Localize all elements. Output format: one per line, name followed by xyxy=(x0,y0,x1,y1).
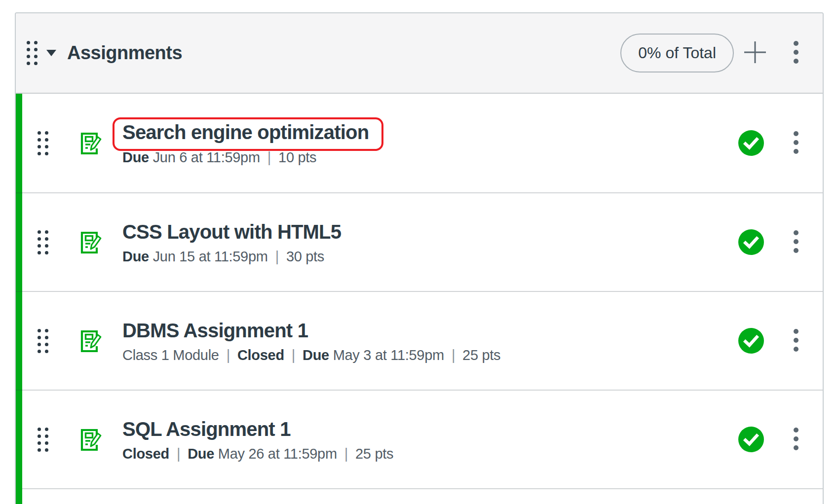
assignment-icon xyxy=(76,129,103,157)
collapse-group-button[interactable] xyxy=(46,50,56,56)
detail-segment: Due xyxy=(188,446,218,462)
assignment-title-line: Search engine optimization xyxy=(122,121,383,144)
assignment-title-link[interactable]: CSS Layout with HTML5 xyxy=(122,221,341,243)
canvas-assignments-screen: Assignments 0% of Total Search engine op… xyxy=(0,0,836,504)
detail-segment: 30 pts xyxy=(286,249,324,264)
kebab-menu-icon xyxy=(793,427,799,452)
detail-separator: | xyxy=(292,347,295,363)
detail-segment: 25 pts xyxy=(462,347,500,363)
published-check-icon[interactable] xyxy=(738,426,764,453)
detail-segment: Closed xyxy=(237,347,284,363)
assignment-row: Search engine optimizationDue Jun 6 at 1… xyxy=(16,94,823,192)
assignment-icon xyxy=(76,327,103,355)
kebab-menu-icon xyxy=(793,40,799,66)
assignment-row: SQL Assignment 1Closed|Due May 26 at 11:… xyxy=(16,390,823,488)
assignment-rows: Search engine optimizationDue Jun 6 at 1… xyxy=(16,94,823,504)
assignment-title-link[interactable]: DBMS Assignment 1 xyxy=(122,320,308,341)
assignment-title-link[interactable]: SQL Assignment 1 xyxy=(122,418,291,440)
detail-segment: Due xyxy=(303,347,333,363)
assignment-text: CSS Layout with HTML5Due Jun 15 at 11:59… xyxy=(122,220,341,265)
drag-handle-icon[interactable] xyxy=(38,230,48,254)
assignment-row: DBMS Assignment 1Class 1 Module|Closed|D… xyxy=(16,291,823,390)
assignment-title-line: CSS Layout with HTML5 xyxy=(122,220,341,244)
assignment-details: Due Jun 6 at 11:59pm|10 pts xyxy=(122,149,383,166)
assignment-details: Class 1 Module|Closed|Due May 3 at 11:59… xyxy=(122,347,500,363)
detail-segment: Class 1 Module xyxy=(122,347,219,363)
detail-segment: Due xyxy=(122,149,153,165)
assignment-title-line: DBMS Assignment 1 xyxy=(122,319,500,342)
assignments-group-panel: Assignments 0% of Total Search engine op… xyxy=(15,12,824,504)
detail-segment: Jun 15 at 11:59pm xyxy=(153,249,268,264)
detail-segment: Due xyxy=(122,249,153,264)
detail-separator: | xyxy=(452,347,455,363)
detail-segment: 25 pts xyxy=(355,446,393,462)
assignment-details: Closed|Due May 26 at 11:59pm|25 pts xyxy=(122,446,393,462)
kebab-menu-icon xyxy=(793,131,799,156)
assignment-text: SQL Assignment 1Closed|Due May 26 at 11:… xyxy=(122,417,393,462)
assignment-menu-button[interactable] xyxy=(793,230,799,255)
group-title: Assignments xyxy=(67,42,182,64)
add-assignment-button[interactable] xyxy=(743,40,767,66)
detail-separator: | xyxy=(227,347,230,363)
assignments-group-header: Assignments 0% of Total xyxy=(16,13,823,94)
detail-separator: | xyxy=(344,446,348,462)
detail-segment: May 3 at 11:59pm xyxy=(333,347,444,363)
published-check-icon[interactable] xyxy=(738,130,764,156)
assignment-menu-button[interactable] xyxy=(793,131,799,156)
plus-icon xyxy=(743,40,767,66)
assignment-text: DBMS Assignment 1Class 1 Module|Closed|D… xyxy=(122,319,500,363)
assignment-title-line: SQL Assignment 1 xyxy=(122,417,393,441)
annotation-highlight-box: Search engine optimization xyxy=(113,117,383,151)
detail-separator: | xyxy=(177,446,180,462)
assignment-row-partial xyxy=(16,488,823,504)
assignment-rows-list: Search engine optimizationDue Jun 6 at 1… xyxy=(16,94,823,488)
assignment-details: Due Jun 15 at 11:59pm|30 pts xyxy=(122,249,341,265)
detail-segment: Closed xyxy=(122,446,169,462)
group-menu-button[interactable] xyxy=(793,40,799,66)
assignment-icon xyxy=(76,228,103,256)
detail-separator: | xyxy=(267,149,271,165)
detail-segment: May 26 at 11:59pm xyxy=(218,446,337,462)
triangle-down-icon xyxy=(46,50,56,56)
assignment-row: CSS Layout with HTML5Due Jun 15 at 11:59… xyxy=(16,192,823,291)
detail-separator: | xyxy=(275,249,279,264)
detail-segment: Jun 6 at 11:59pm xyxy=(153,149,260,165)
published-check-icon[interactable] xyxy=(738,327,764,354)
drag-handle-icon[interactable] xyxy=(38,329,48,353)
kebab-menu-icon xyxy=(793,328,799,354)
assignment-text: Search engine optimizationDue Jun 6 at 1… xyxy=(122,121,383,166)
assignment-title-link[interactable]: Search engine optimization xyxy=(122,121,369,143)
detail-segment: 10 pts xyxy=(278,149,316,165)
group-weight-badge: 0% of Total xyxy=(620,34,734,72)
kebab-menu-icon xyxy=(793,230,799,255)
assignment-menu-button[interactable] xyxy=(793,427,799,452)
assignment-icon xyxy=(76,426,103,453)
drag-handle-icon[interactable] xyxy=(38,428,48,452)
group-drag-handle-icon[interactable] xyxy=(27,41,38,65)
published-check-icon[interactable] xyxy=(738,229,764,255)
assignment-menu-button[interactable] xyxy=(793,328,799,354)
drag-handle-icon[interactable] xyxy=(38,131,48,155)
